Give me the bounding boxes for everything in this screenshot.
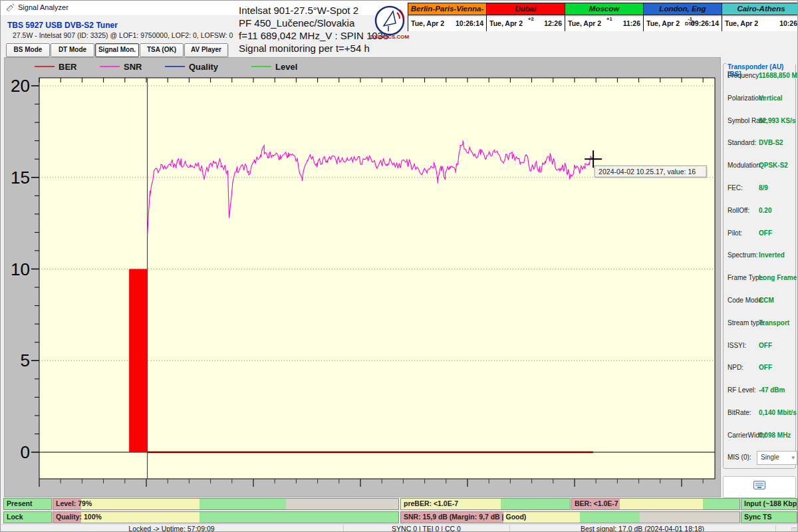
clock-date: Tue, Apr 2	[568, 19, 601, 27]
indicator-label: Sync TS	[744, 513, 771, 521]
legend-label-ber: BER	[59, 62, 77, 72]
clock-city: London, Eng	[644, 3, 722, 15]
signal-chart-panel[interactable]: 05101520BERSNRQualityLevel2024-04-02 10.…	[4, 57, 721, 497]
transponder-row: BitRate:0,140 Mbit/s	[728, 409, 794, 416]
mis-dropdown[interactable]: Single ▾	[757, 451, 797, 465]
clock-time: 10:26:14	[456, 19, 483, 27]
indicator-level: Level: 79%	[53, 498, 399, 510]
indicator-label: Input (~188 Kbps)	[744, 499, 797, 507]
transponder-row: Modulation:QPSK-S2	[728, 162, 794, 169]
transponder-row: NPD:OFF	[728, 364, 794, 371]
transponder-row: Polarization:Vertical	[728, 94, 794, 102]
y-axis-label: 0	[21, 442, 30, 462]
indicator-preber: preBER: <1.0E-7	[400, 498, 571, 510]
site-name: PF 450_Lučenec/Slovakia	[239, 17, 354, 29]
transponder-row: Symbol Rate:82,993 KS/s	[728, 117, 794, 124]
clock-time: 10:26	[779, 19, 797, 27]
transponder-row: FEC:8/9	[728, 184, 794, 192]
satellite-name: Intelsat 901-27.5°W-Spot 2	[239, 5, 358, 16]
clock-city: Cairo-Athens	[722, 3, 798, 15]
transponder-row: Frame Type:Long Frame	[728, 274, 794, 281]
indicator-label: SNR: 15,9 dB (Margin: 9,7 dB | Good)	[404, 513, 526, 521]
lock-event-bar	[129, 269, 147, 453]
constellation-button[interactable]	[723, 476, 796, 498]
dxsatcs-logo: DXSATCS.COM	[370, 3, 409, 42]
transponder-row: RollOff:0.20	[728, 207, 794, 214]
indicator-lock: Lock	[3, 511, 52, 523]
monitoring-line: Signal monitoring per t=+54 h	[239, 43, 370, 54]
y-axis-label: 5	[21, 350, 30, 370]
app-icon	[5, 3, 15, 13]
y-axis-label: 10	[11, 259, 30, 279]
indicator-input-188-kbps-: Input (~188 Kbps)	[741, 498, 797, 510]
clock-london-eng: London, EngTue, Apr 2-1DST09:26:14	[643, 3, 722, 31]
clock-city: Dubai	[487, 3, 565, 15]
y-axis-label: 15	[11, 168, 30, 188]
transponder-panel: Transponder (AU) [BS] Frequency:11688,85…	[723, 59, 796, 495]
tuner-subtitle: 27.5W - Intelsat 907 (ID: 3325) @ LOF1: …	[13, 31, 233, 39]
clock-cairo-athens: Cairo-AthensTue, Apr 210:26	[722, 3, 798, 31]
clock-date: Tue, Apr 2	[489, 19, 523, 27]
indicator-present: Present	[3, 498, 52, 510]
transponder-row: Code Mode:CCM	[728, 297, 794, 304]
chevron-down-icon: ▾	[791, 452, 795, 464]
clock-time: 12:26	[544, 19, 562, 27]
transponder-row: CarrierWidth:0,098 MHz	[728, 432, 794, 439]
status-best-signal: Best signal: 17,0 dB (2024-04-01 18:18)	[581, 525, 704, 532]
clock-time: 11:26	[623, 19, 640, 27]
tab-tsa-ok-[interactable]: TSA (OK)	[140, 43, 184, 57]
tooltip-text: 2024-04-02 10.25.17, value: 16	[598, 168, 696, 176]
indicator-ber: BER: <1.0E-7	[571, 498, 740, 510]
clock-city: Moscow	[565, 3, 643, 15]
tab-dt-mode[interactable]: DT Mode	[51, 43, 94, 57]
clock-date: Tue, Apr 2	[646, 19, 680, 27]
clock-offset: +1	[606, 17, 612, 21]
clock-date: Tue, Apr 2	[411, 19, 444, 27]
status-sync-counters: SYNC 0 | TEI 0 | CC 0	[392, 525, 461, 532]
clock-berlin-paris-vienna-roma: Berlin-Paris-Vienna-RomaTue, Apr 210:26:…	[408, 3, 487, 31]
window-title: Signal Analyzer	[18, 3, 68, 11]
clock-city: Berlin-Paris-Vienna-Roma	[408, 3, 486, 15]
indicator-label: preBER: <1.0E-7	[404, 499, 458, 507]
transponder-row: Frequency:11688,850 MHz	[728, 72, 794, 79]
tab-signal-mon-[interactable]: Signal Mon.	[95, 43, 139, 57]
world-clocks: Berlin-Paris-Vienna-RomaTue, Apr 210:26:…	[408, 3, 798, 31]
transponder-row: RF Level:-47 dBm	[728, 386, 794, 394]
transponder-row: Spectrum:Inverted	[728, 251, 794, 259]
status-bar: Locked -> Uptime: 57:09:09 SYNC 0 | TEI …	[1, 524, 797, 532]
mis-row: MIS (0): Single ▾	[728, 454, 794, 461]
indicator-quality: Quality: 100%	[53, 511, 399, 523]
signal-analyzer-window: Signal Analyzer TBS 5927 USB DVB-S2 Tune…	[0, 0, 798, 532]
mis-value: Single	[761, 454, 779, 461]
legend-label-level: Level	[275, 62, 297, 72]
resize-grip[interactable]: ◫	[791, 526, 796, 532]
indicator-label: Level: 79%	[56, 499, 92, 507]
indicator-label: Present	[7, 499, 33, 507]
tab-av-player[interactable]: AV Player	[184, 43, 228, 57]
tab-bs-mode[interactable]: BS Mode	[6, 43, 50, 57]
clock-offset: +2	[528, 17, 534, 21]
transponder-row: Stream type:Transport	[728, 319, 794, 327]
clock-moscow: MoscowTue, Apr 2+111:26	[565, 3, 644, 31]
indicator-label: Lock	[7, 513, 23, 521]
y-axis-label: 20	[11, 76, 30, 96]
legend-label-snr: SNR	[124, 62, 142, 72]
legend-label-quality: Quality	[189, 62, 219, 72]
display-icon	[753, 481, 765, 489]
transponder-row: Pilot:OFF	[728, 229, 794, 237]
status-lock-uptime: Locked -> Uptime: 57:09:09	[128, 525, 214, 532]
indicator-label: Quality: 100%	[56, 513, 102, 521]
clock-date: Tue, Apr 2	[725, 19, 758, 27]
indicator-sync-ts: Sync TS	[741, 511, 797, 523]
mis-label: MIS (0):	[728, 454, 751, 461]
logo-text: DXSATCS.COM	[370, 34, 409, 40]
tuner-title: TBS 5927 USB DVB-S2 Tuner	[7, 21, 118, 30]
clock-dubai: DubaiTue, Apr 2+212:26	[486, 3, 565, 31]
indicator-label: BER: <1.0E-7	[575, 499, 618, 507]
transponder-row: ISSYI:OFF	[728, 342, 794, 349]
indicator-snr: SNR: 15,9 dB (Margin: 9,7 dB | Good)	[400, 511, 740, 523]
transponder-groupbox: Transponder (AU) [BS] Frequency:11688,85…	[723, 63, 796, 469]
transponder-row: Standard:DVB-S2	[728, 139, 794, 146]
signal-monitoring-chart[interactable]: 05101520BERSNRQualityLevel2024-04-02 10.…	[5, 58, 719, 495]
frequency-line: f=11 689,042 MHz_V : SPIN 1038	[239, 30, 388, 41]
